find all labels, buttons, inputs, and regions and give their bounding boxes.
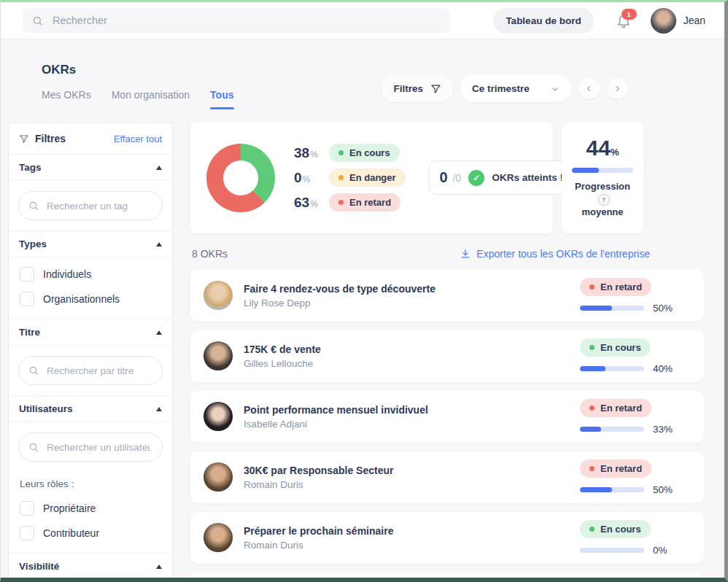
checkbox[interactable] [20, 267, 34, 282]
user-search[interactable] [18, 432, 163, 462]
section-tags[interactable]: Tags [9, 154, 172, 181]
status-badge: En retard [329, 193, 400, 212]
okr-title: 175K € de vente [244, 344, 569, 355]
section-utilisateurs[interactable]: Utilisateurs [9, 395, 172, 422]
status-dot [589, 406, 595, 411]
progress-bar [580, 427, 644, 432]
sidebar-header: Filtres Effacer tout [9, 123, 172, 154]
tag-search[interactable] [18, 191, 163, 220]
checkbox[interactable] [20, 292, 34, 306]
filters-button[interactable]: Filtres [382, 75, 453, 102]
atteints-total: /0 [453, 172, 462, 184]
export-okrs-link[interactable]: Exporter tous les OKRs de l'entreprise [460, 248, 650, 260]
avatar [204, 462, 233, 492]
okr-list-item[interactable]: 30K€ par Responsable Secteur Romain Duri… [190, 451, 704, 503]
roles-options: Propriétaire Contributeur [9, 492, 172, 553]
progress-value: 33% [653, 424, 673, 435]
checkbox-proprietaire[interactable]: Propriétaire [9, 496, 172, 521]
okr-list-item[interactable]: Réunion opérationnelle Hebdomadaire Isab… [190, 573, 704, 582]
checkbox-organisationnels[interactable]: Organisationnels [9, 287, 172, 311]
funnel-icon [430, 83, 441, 94]
progression-label: Progression? moyenne [572, 180, 633, 219]
title-search[interactable] [18, 356, 163, 385]
okr-owner: Isabelle Adjani [244, 419, 569, 430]
status-badge: En retard [580, 399, 651, 417]
status-summary-card: 38% En cours 0% En danger 63% En retard [190, 123, 553, 233]
okr-list-item[interactable]: Point performance mensuel invidivuel Isa… [190, 391, 704, 443]
section-visibilite[interactable]: Visibilité [9, 553, 172, 580]
progress-fill [580, 487, 612, 492]
avatar [204, 341, 233, 370]
progress-fill [580, 306, 612, 311]
search-icon [28, 442, 39, 452]
user-search-input[interactable] [45, 441, 152, 454]
okr-list-item[interactable]: 175K € de vente Gilles Lellouche En cour… [190, 330, 704, 382]
okr-title: Faire 4 rendez-vous de type découverte [244, 283, 569, 295]
collapse-icon [156, 166, 162, 170]
progress-bar [580, 366, 644, 371]
tab-mes-okrs[interactable]: Mes OKRs [42, 89, 91, 104]
download-icon [460, 249, 471, 259]
status-badge: En retard [580, 278, 651, 296]
tabs: Mes OKRs Mon organisation Tous [42, 89, 234, 104]
collapse-icon [156, 564, 162, 569]
okr-list-item[interactable]: Faire 4 rendez-vous de type découverte L… [190, 270, 704, 322]
okr-list: Faire 4 rendez-vous de type découverte L… [190, 270, 704, 582]
avatar [204, 523, 233, 552]
filters-sidebar: Filtres Effacer tout Tags Types Individu… [8, 123, 173, 582]
avatar [204, 281, 233, 310]
funnel-icon [19, 133, 29, 144]
global-search-input[interactable] [51, 14, 441, 27]
progress-fill [572, 168, 599, 173]
page-title: OKRs [42, 63, 234, 77]
atteints-count: 0 [440, 169, 448, 186]
progress-value: 0% [653, 545, 667, 556]
status-stats: 38% En cours 0% En danger 63% En retard [294, 144, 406, 212]
search-icon [28, 201, 39, 211]
chevron-down-icon [551, 85, 559, 93]
status-dot [589, 284, 595, 290]
okr-count: 8 OKRs [192, 248, 228, 260]
okr-title: Préparer le prochain séminaire [244, 525, 569, 537]
title-search-input[interactable] [45, 365, 152, 377]
title-tabs: OKRs Mes OKRs Mon organisation Tous [42, 63, 234, 104]
check-circle-icon: ✓ [468, 170, 484, 186]
header-controls: Filtres Ce trimestre [382, 75, 628, 104]
progression-bar [572, 168, 633, 173]
status-dot [338, 150, 344, 155]
roles-label: Leurs rôles : [9, 472, 172, 492]
tag-search-input[interactable] [45, 200, 152, 212]
sidebar-title: Filtres [19, 133, 66, 144]
period-select[interactable]: Ce trimestre [460, 75, 571, 102]
period-prev-button[interactable] [578, 78, 600, 99]
period-next-button[interactable] [607, 78, 628, 99]
checkbox[interactable] [20, 501, 34, 516]
status-badge: En danger [329, 168, 406, 187]
progress-value: 50% [653, 303, 673, 314]
progress-value: 50% [653, 484, 673, 495]
search-icon [28, 365, 39, 376]
tab-mon-organisation[interactable]: Mon organisation [112, 89, 190, 104]
clear-all-filters-link[interactable]: Effacer tout [114, 133, 162, 144]
dashboard-button[interactable]: Tableau de bord [493, 8, 593, 34]
global-search[interactable] [23, 8, 450, 33]
atteints-label: OKRs atteints ! [492, 172, 563, 183]
okr-list-item[interactable]: Préparer le prochain séminaire Romain Du… [190, 512, 704, 564]
main-panel: 38% En cours 0% En danger 63% En retard [190, 123, 704, 582]
tab-tous[interactable]: Tous [210, 89, 233, 104]
notifications-button[interactable]: 1 [616, 12, 632, 28]
notification-badge: 1 [621, 9, 637, 20]
progression-value: 44% [572, 137, 633, 159]
user-avatar[interactable] [651, 8, 676, 34]
section-titre[interactable]: Titre [9, 319, 172, 346]
stat-en-retard: 63% En retard [294, 193, 406, 212]
section-types[interactable]: Types [9, 230, 172, 257]
chevron-left-icon [585, 85, 593, 93]
checkbox-individuels[interactable]: Individuels [9, 262, 172, 287]
okr-owner: Gilles Lellouche [244, 358, 569, 369]
checkbox[interactable] [20, 526, 34, 540]
stat-en-danger: 0% En danger [294, 168, 406, 187]
checkbox-contributeur[interactable]: Contributeur [9, 521, 172, 546]
help-icon[interactable]: ? [598, 194, 610, 206]
progress-fill [580, 366, 605, 371]
